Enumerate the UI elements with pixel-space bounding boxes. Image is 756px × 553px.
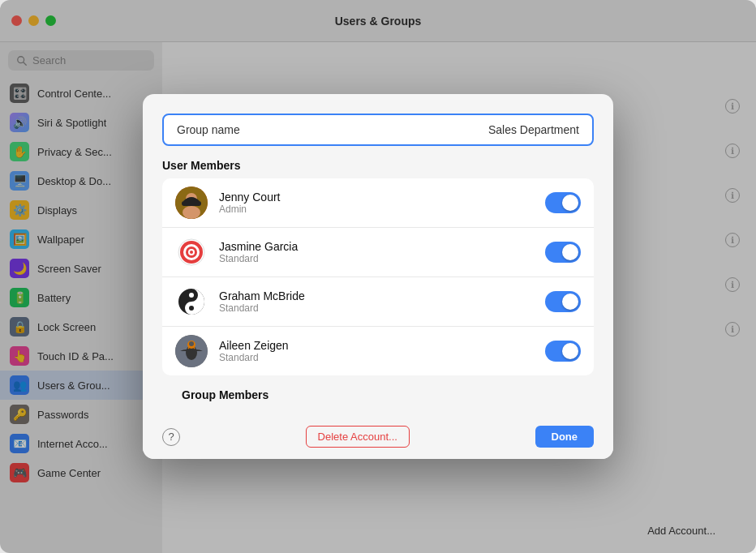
avatar-jasmine (175, 236, 208, 268)
group-name-value: Sales Department (488, 123, 579, 136)
group-name-label: Group name (177, 123, 240, 136)
user-info-aileen: Aileen Zeigen Standard (219, 339, 534, 363)
user-role-jenny: Admin (219, 204, 534, 215)
user-role-jasmine: Standard (219, 253, 534, 264)
svg-point-20 (189, 341, 194, 346)
svg-point-4 (183, 206, 200, 219)
user-name-jenny: Jenny Court (219, 191, 534, 204)
done-button[interactable]: Done (535, 426, 595, 448)
group-members-section: Group Members (143, 375, 613, 414)
svg-point-16 (189, 306, 194, 311)
user-item-aileen: Aileen Zeigen Standard (162, 327, 594, 375)
user-item-graham: Graham McBride Standard (162, 277, 594, 327)
svg-point-12 (190, 251, 193, 254)
user-role-graham: Standard (219, 302, 534, 314)
avatar-aileen (175, 335, 208, 367)
user-name-aileen: Aileen Zeigen (219, 339, 534, 352)
svg-point-15 (189, 293, 194, 298)
user-members-header: User Members (143, 159, 613, 172)
modal-dialog: Group name Sales Department User Members (143, 94, 613, 459)
main-window: Users & Groups Search 🎛️ Control Cente..… (0, 0, 756, 553)
user-name-jasmine: Jasmine Garcia (219, 240, 534, 253)
help-button[interactable]: ? (162, 428, 180, 446)
toggle-jenny[interactable] (545, 192, 581, 213)
user-list: Jenny Court Admin (162, 178, 594, 375)
modal-footer: ? Delete Account... Done (143, 414, 613, 459)
avatar-graham (175, 285, 208, 318)
toggle-aileen[interactable] (545, 341, 581, 362)
user-item-jenny: Jenny Court Admin (162, 178, 594, 228)
avatar-jenny (175, 186, 208, 219)
user-info-graham: Graham McBride Standard (219, 289, 534, 314)
user-info-jenny: Jenny Court Admin (219, 191, 534, 215)
group-members-header: Group Members (162, 388, 594, 401)
modal-overlay: Group name Sales Department User Members (0, 0, 756, 553)
group-name-field[interactable]: Group name Sales Department (162, 114, 594, 146)
user-role-aileen: Standard (219, 352, 534, 363)
svg-rect-5 (182, 201, 201, 206)
user-info-jasmine: Jasmine Garcia Standard (219, 240, 534, 264)
user-name-graham: Graham McBride (219, 289, 534, 302)
user-item-jasmine: Jasmine Garcia Standard (162, 228, 594, 277)
toggle-graham[interactable] (545, 291, 581, 312)
toggle-jasmine[interactable] (545, 242, 581, 263)
delete-account-button[interactable]: Delete Account... (306, 426, 410, 448)
